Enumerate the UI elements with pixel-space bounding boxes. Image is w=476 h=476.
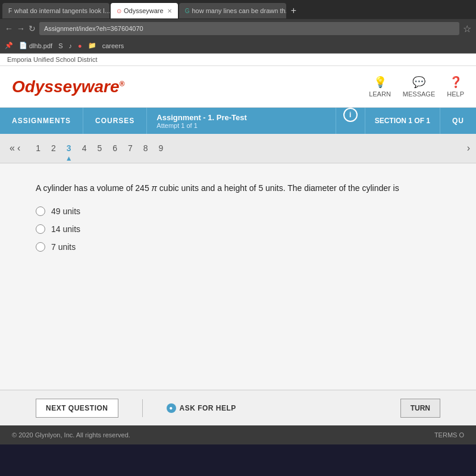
new-tab-button[interactable]: + — [287, 4, 300, 17]
q-num-5[interactable]: 5 — [97, 143, 102, 153]
info-icon[interactable]: i — [343, 108, 358, 122]
bookmark-dlhb[interactable]: 📄 dlhb.pdf — [19, 42, 52, 49]
tab-3[interactable]: G how many lines can be drawn th... ✕ — [179, 3, 286, 18]
header-actions: 💡 LEARN 💬 MESSAGE ❓ HELP — [369, 76, 464, 98]
q-num-4[interactable]: 4 — [82, 143, 87, 153]
copyright: © 2020 Glynlyon, Inc. All rights reserve… — [12, 431, 130, 439]
prev-arrow[interactable]: ‹ — [17, 143, 20, 154]
help-button[interactable]: ❓ HELP — [447, 76, 464, 98]
bookmark-folder[interactable]: 📁 — [88, 42, 96, 49]
q-num-1[interactable]: 1 — [36, 143, 40, 153]
answer-option-1[interactable]: 49 units — [36, 206, 440, 216]
main-content: A cylinder has a volume of 245 π cubic u… — [0, 164, 476, 390]
option-3-label: 7 units — [51, 242, 76, 252]
question-numbers: 1 2 3 4 5 6 7 8 9 — [30, 143, 461, 153]
tab-1-label: what do internal tangents look l... — [14, 7, 109, 14]
next-question-button[interactable]: NEXT QUESTION — [36, 399, 118, 418]
answer-option-2[interactable]: 14 units — [36, 224, 440, 234]
nav-quiz[interactable]: QU — [440, 108, 476, 134]
nav-arrows: « ‹ — [0, 143, 30, 154]
nav-assignment-info: Assignment - 1. Pre-Test Attempt 1 of 1 — [146, 108, 336, 134]
page-content: Emporia Unified School District Odysseyw… — [0, 54, 476, 444]
radio-2[interactable] — [36, 224, 45, 234]
nav-assignments-label: ASSIGNMENTS — [12, 117, 71, 125]
option-1-label: 49 units — [51, 206, 80, 216]
nav-courses[interactable]: COURSES — [83, 108, 146, 134]
tab-2-favicon: ⊙ — [117, 8, 121, 14]
question-text: A cylinder has a volume of 245 π cubic u… — [36, 181, 440, 195]
section-label: SECTION 1 OF 1 — [365, 108, 440, 134]
ask-label: ASK FOR HELP — [180, 404, 236, 412]
nav-courses-label: COURSES — [95, 117, 134, 125]
assignment-attempt: Attempt 1 of 1 — [156, 122, 325, 129]
q-num-6[interactable]: 6 — [112, 143, 117, 153]
ask-icon: ● — [167, 403, 176, 413]
tab-1-favicon: F — [8, 8, 12, 14]
answer-option-3[interactable]: 7 units — [36, 242, 440, 252]
terms-link[interactable]: TERMS O — [434, 431, 464, 439]
bookmark-careers[interactable]: careers — [102, 42, 124, 49]
district-name: Emporia Unified School District — [7, 56, 98, 63]
tab-2-close[interactable]: ✕ — [167, 8, 172, 14]
bookmark-dlhb-icon: 📄 — [19, 42, 27, 49]
message-label: MESSAGE — [403, 90, 435, 98]
tab-1[interactable]: F what do internal tangents look l... ✕ — [2, 3, 109, 18]
bookmark-star[interactable]: ☆ — [463, 23, 471, 35]
prev-prev-arrow[interactable]: « — [10, 143, 15, 154]
radio-3[interactable] — [36, 242, 45, 252]
footer-divider — [142, 399, 143, 417]
tab-3-label: how many lines can be drawn th... — [192, 7, 286, 14]
nav-assignments[interactable]: ASSIGNMENTS — [0, 108, 83, 134]
help-label: HELP — [447, 90, 464, 98]
q-num-2[interactable]: 2 — [51, 143, 56, 153]
browser-chrome: F what do internal tangents look l... ✕ … — [0, 0, 476, 54]
tab-bar: F what do internal tangents look l... ✕ … — [0, 0, 476, 19]
district-bar: Emporia Unified School District — [0, 54, 476, 66]
nav-refresh[interactable]: ↻ — [29, 24, 36, 33]
address-bar: ← → ↻ ☆ — [0, 19, 476, 38]
q-num-8[interactable]: 8 — [143, 143, 148, 153]
tab-3-favicon: G — [185, 8, 190, 14]
learn-icon: 💡 — [374, 76, 387, 89]
assignment-title: Assignment - 1. Pre-Test — [156, 113, 325, 122]
logo: Odysseyware® — [12, 77, 369, 96]
nav-forward[interactable]: → — [17, 24, 25, 33]
bookmark-s[interactable]: S — [58, 42, 62, 49]
radio-1[interactable] — [36, 206, 45, 216]
next-arrow[interactable]: › — [461, 143, 476, 154]
option-2-label: 14 units — [51, 224, 80, 234]
tab-2-label: Odysseyware — [124, 7, 164, 14]
learn-label: LEARN — [369, 90, 391, 98]
q-num-7[interactable]: 7 — [128, 143, 133, 153]
q-num-9[interactable]: 9 — [159, 143, 164, 153]
bookmark-pin[interactable]: 📌 — [5, 42, 13, 49]
help-icon: ❓ — [449, 76, 462, 89]
ask-for-help-button[interactable]: ● ASK FOR HELP — [167, 403, 236, 413]
q-num-3[interactable]: 3 — [67, 143, 71, 153]
footer-actions: NEXT QUESTION ● ASK FOR HELP TURN — [0, 390, 476, 425]
bookmark-music[interactable]: ♪ — [69, 42, 73, 49]
bookmark-circle[interactable]: ● — [78, 42, 82, 49]
page-footer: © 2020 Glynlyon, Inc. All rights reserve… — [0, 425, 476, 444]
header: Odysseyware® 💡 LEARN 💬 MESSAGE ❓ HELP — [0, 66, 476, 108]
nav-back[interactable]: ← — [5, 24, 13, 33]
nav-quiz-label: QU — [452, 117, 464, 125]
tab-2[interactable]: ⊙ Odysseyware ✕ — [111, 3, 178, 18]
logo-sup: ® — [120, 79, 125, 87]
question-nav: « ‹ 1 2 3 4 5 6 7 8 9 › — [0, 134, 476, 164]
learn-button[interactable]: 💡 LEARN — [369, 76, 391, 98]
section-text: SECTION 1 OF 1 — [375, 117, 430, 125]
logo-text: Odysseyware — [12, 77, 120, 96]
turn-button[interactable]: TURN — [400, 399, 440, 418]
nav-bar: ASSIGNMENTS COURSES Assignment - 1. Pre-… — [0, 108, 476, 134]
bookmarks-bar: 📌 📄 dlhb.pdf S ♪ ● 📁 careers — [0, 38, 476, 54]
address-input[interactable] — [39, 22, 459, 35]
message-button[interactable]: 💬 MESSAGE — [403, 76, 435, 98]
message-icon: 💬 — [412, 76, 425, 89]
